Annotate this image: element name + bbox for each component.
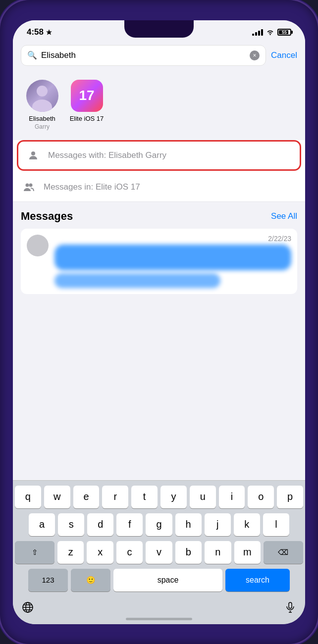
message-bubble-blurred-1 [54, 245, 291, 270]
battery-icon: 55 [277, 29, 291, 36]
suggestion-prefix: Messages with: [48, 150, 108, 160]
signal-bar-2 [255, 32, 257, 36]
keyboard-row-3: ⇧ z x c v b n m ⌫ [15, 541, 303, 564]
phone-screen: 4:58 55 [13, 20, 305, 624]
key-space[interactable]: space [113, 569, 222, 592]
key-c[interactable]: c [116, 541, 143, 564]
key-n[interactable]: n [205, 541, 231, 564]
person-icon [25, 148, 41, 163]
messages-section: Messages See All 2/22/23 [13, 202, 305, 298]
key-v[interactable]: v [146, 541, 172, 564]
messages-header: Messages See All [21, 210, 297, 223]
message-avatar [27, 235, 49, 256]
group-icon [21, 179, 37, 195]
search-bar-container: 🔍 Elisabeth × Cancel [13, 41, 305, 72]
key-j[interactable]: j [205, 513, 231, 536]
key-q[interactable]: q [15, 486, 41, 508]
keyboard: q w e r t y u i o p a s d f g h j k [13, 480, 305, 624]
svg-rect-8 [289, 602, 292, 608]
messages-title: Messages [21, 210, 73, 223]
globe-icon[interactable] [17, 596, 39, 618]
search-magnifier-icon: 🔍 [27, 50, 37, 60]
suggestion-messages-with[interactable]: Messages with: Elisabeth Garry [17, 140, 301, 171]
key-a[interactable]: a [29, 513, 55, 536]
keyboard-row-4: 123 🙂 space search [15, 569, 303, 592]
contact-avatar-ios17: 17 [71, 80, 103, 112]
status-icons: 55 [252, 29, 291, 36]
key-e[interactable]: e [73, 486, 100, 508]
key-i[interactable]: i [219, 486, 245, 508]
search-clear-button[interactable]: × [250, 50, 260, 60]
key-search[interactable]: search [225, 569, 290, 592]
suggestion-suffix: Garry [143, 150, 166, 160]
key-123[interactable]: 123 [28, 569, 68, 592]
contact-name-elisabeth: Elisabeth [29, 115, 55, 122]
cancel-button[interactable]: Cancel [271, 50, 297, 60]
message-bubble-blurred-2 [54, 273, 220, 288]
search-bar: 🔍 Elisabeth × Cancel [21, 45, 297, 66]
keyboard-row-2: a s d f g h j k l [15, 513, 303, 536]
suggestions-container: Messages with: Elisabeth Garry Messages … [13, 140, 305, 202]
contact-name-ios17: Elite iOS 17 [70, 115, 104, 122]
message-content: 2/22/23 [54, 235, 291, 288]
suggestion-bold-name: Elisabeth [108, 150, 143, 160]
key-shift[interactable]: ⇧ [15, 541, 54, 564]
key-emoji[interactable]: 🙂 [71, 569, 110, 592]
key-f[interactable]: f [116, 513, 143, 536]
contact-item-ios17[interactable]: 17 Elite iOS 17 [69, 80, 104, 130]
time-label: 4:58 [27, 27, 44, 37]
key-m[interactable]: m [234, 541, 261, 564]
search-input-wrapper[interactable]: 🔍 Elisabeth × [21, 45, 266, 66]
key-x[interactable]: x [87, 541, 113, 564]
key-t[interactable]: t [131, 486, 158, 508]
contact-item-elisabeth[interactable]: Elisabeth Garry [25, 80, 59, 130]
contact-avatar-elisabeth [26, 80, 58, 112]
wifi-icon [266, 29, 274, 35]
key-y[interactable]: y [160, 486, 187, 508]
svg-point-0 [31, 151, 35, 155]
signal-bar-1 [252, 34, 254, 36]
home-indicator [126, 618, 192, 620]
key-p[interactable]: p [277, 486, 303, 508]
suggestion-messages-in[interactable]: Messages in: Elite iOS 17 [13, 173, 305, 202]
status-time: 4:58 [27, 27, 52, 37]
key-k[interactable]: k [234, 513, 260, 536]
message-date: 2/22/23 [54, 235, 291, 243]
key-b[interactable]: b [175, 541, 202, 564]
key-u[interactable]: u [190, 486, 216, 508]
signal-bar-4 [261, 29, 263, 36]
contact-subname-elisabeth: Garry [35, 123, 50, 130]
key-s[interactable]: s [58, 513, 84, 536]
notch [124, 20, 194, 38]
battery-level: 55 [278, 30, 290, 35]
key-o[interactable]: o [248, 486, 274, 508]
key-d[interactable]: d [87, 513, 113, 536]
contacts-row: Elisabeth Garry 17 Elite iOS 17 [13, 72, 305, 138]
location-icon [46, 29, 52, 35]
phone-frame: 4:58 55 [0, 0, 318, 644]
message-preview[interactable]: 2/22/23 [21, 229, 297, 294]
suggestion-text-messages-in: Messages in: Elite iOS 17 [44, 182, 140, 192]
svg-point-2 [29, 183, 33, 187]
key-h[interactable]: h [175, 513, 202, 536]
ios17-avatar-text: 17 [79, 88, 94, 103]
key-backspace[interactable]: ⌫ [264, 541, 303, 564]
signal-bar-3 [258, 31, 260, 36]
search-input[interactable]: Elisabeth [41, 50, 246, 60]
key-w[interactable]: w [44, 486, 70, 508]
mic-icon[interactable] [279, 596, 301, 618]
svg-point-1 [26, 183, 29, 187]
key-z[interactable]: z [57, 541, 84, 564]
keyboard-row-1: q w e r t y u i o p [15, 486, 303, 508]
see-all-button[interactable]: See All [271, 211, 297, 221]
key-r[interactable]: r [102, 486, 128, 508]
key-l[interactable]: l [263, 513, 289, 536]
key-g[interactable]: g [146, 513, 172, 536]
signal-bars [252, 29, 263, 36]
suggestion-text-messages-with: Messages with: Elisabeth Garry [48, 150, 166, 160]
